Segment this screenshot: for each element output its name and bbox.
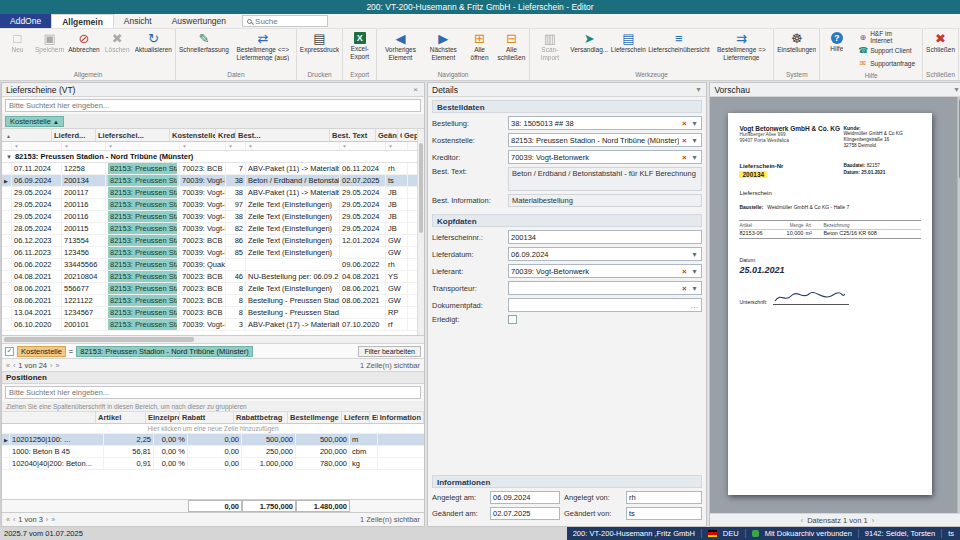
calendar-dropdown-icon[interactable]: ▾ [689, 250, 699, 259]
ribbon-button[interactable]: ✎ Schnellerfassung [177, 30, 231, 69]
geaendert-von-field[interactable]: ts [626, 507, 702, 520]
filter-field-chip[interactable]: Kostenstelle [17, 346, 66, 357]
table-row[interactable]: 06.11.2023 123456 82153: Preussen Stadio… [2, 247, 417, 259]
next-page-icon[interactable]: › [50, 362, 52, 369]
ribbon-tab[interactable]: AddOne [0, 14, 51, 28]
lieferscheinnr-field[interactable]: 200134 [508, 230, 702, 244]
table-row[interactable]: 06.12.2023 713554 82153: Preussen Stadio… [2, 235, 417, 247]
ribbon-button[interactable]: ⇄ Bestellmenge <=> Liefermenge (aus) [231, 30, 295, 69]
dropdown-icon[interactable]: ▾ [689, 284, 699, 293]
ribbon-button[interactable]: ⊟ Alle schließen [495, 30, 528, 69]
erledigt-checkbox[interactable]: ✓ [508, 315, 517, 324]
list-search-input[interactable] [5, 99, 421, 112]
ribbon-button[interactable]: ◀ Vorheriges Element [378, 30, 422, 69]
last-page-icon[interactable]: » [55, 362, 59, 369]
ribbon-search-input[interactable] [255, 17, 319, 26]
position-row[interactable]: 10201250|100: ... 2,25 0,00 % 0,00 500,0… [2, 434, 424, 446]
ribbon-button[interactable]: ≡ Lieferscheinübersicht [647, 30, 710, 69]
column-header[interactable]: Best. Text [330, 129, 376, 141]
column-header[interactable]: Bestellmenge [288, 412, 342, 423]
column-header[interactable]: Rabatt [180, 412, 234, 423]
column-header[interactable]: Best... [236, 129, 330, 141]
prev-page-icon[interactable]: ‹ [13, 516, 15, 523]
close-icon[interactable]: × [411, 85, 420, 94]
ribbon-button[interactable]: ✖ Löschen [102, 30, 133, 69]
clear-icon[interactable]: × [679, 284, 689, 293]
ribbon-tab[interactable]: Allgemein [51, 14, 114, 28]
ribbon-button[interactable]: ↻ Aktualisieren [133, 30, 174, 69]
column-header[interactable]: Geprü... [402, 129, 417, 141]
column-header[interactable]: Information [378, 412, 424, 423]
browse-icon[interactable]: … [689, 301, 699, 310]
scrollbar-thumb[interactable] [4, 337, 194, 342]
column-header[interactable]: Lieferd... [52, 129, 96, 141]
column-header[interactable]: Kostenstelle [170, 129, 216, 141]
clear-icon[interactable]: × [679, 153, 689, 162]
ribbon-button[interactable]: ▶ Nächstes Element [423, 30, 464, 69]
lieferant-field[interactable]: 70039: Vogt-Betonwerk × ▾ [508, 264, 702, 278]
ribbon-tab[interactable]: Auswertungen [162, 14, 236, 28]
dropdown-icon[interactable]: ▾ [689, 153, 699, 162]
ribbon-button[interactable]: ⊞ Alle öffnen [464, 30, 495, 69]
table-row[interactable]: 29.05.2024 200117 82153: Preussen Stadio… [2, 187, 417, 199]
ribbon-button[interactable]: ▣ Speichern [33, 30, 66, 69]
column-header[interactable]: Artikel [96, 412, 146, 423]
last-page-icon[interactable]: » [51, 516, 55, 523]
ribbon-button[interactable]: ▤ Expressdruck [298, 30, 341, 69]
column-header[interactable]: Geändert am [376, 129, 398, 141]
ribbon-button[interactable]: ☸ Einstellungen [775, 30, 818, 69]
column-header[interactable]: Einzelpreis [146, 412, 180, 423]
next-record-icon[interactable]: › [872, 517, 874, 524]
kreditor-field[interactable]: 70039: Vogt-Betonwerk × ▾ [508, 150, 702, 164]
positions-search-input[interactable] [5, 386, 421, 399]
ribbon-button[interactable]: ➤ Versandlag... [569, 30, 610, 69]
ribbon-tab[interactable]: Ansicht [114, 14, 162, 28]
vertical-scrollbar[interactable] [417, 129, 424, 335]
column-header[interactable]: Liefermenge [342, 412, 370, 423]
table-row[interactable]: 28.05.2024 200115 82153: Preussen Stadio… [2, 223, 417, 235]
group-row[interactable]: ▼82153: Preussen Stadion - Nord Tribüne … [2, 151, 417, 163]
table-row[interactable]: 06.06.2022 33445566 82153: Preussen Stad… [2, 259, 417, 271]
prev-record-icon[interactable]: ‹ [801, 517, 803, 524]
scrollbar-thumb[interactable] [419, 143, 423, 233]
column-header[interactable]: Rabattbetrag [234, 412, 288, 423]
table-row[interactable]: 06.10.2020 200101 82153: Preussen Stadio… [2, 319, 417, 331]
table-row[interactable]: 13.04.2021 1234567 82153: Preussen Stadi… [2, 307, 417, 319]
ribbon-small-button[interactable]: ☎ Support Client [854, 44, 919, 56]
position-row[interactable]: 102040|40|200: Beton... 0,91 0,00 % 0,00… [2, 458, 424, 470]
pin-icon[interactable]: ▾ [952, 85, 960, 94]
geaendert-am-field[interactable]: 02.07.2025 [490, 507, 560, 520]
table-row[interactable]: 29.05.2024 200116 82153: Preussen Stadio… [2, 211, 417, 223]
angelegt-am-field[interactable]: 06.09.2024 [490, 491, 560, 504]
ribbon-button[interactable]: ⇉ Bestellmenge => Liefermenge [710, 30, 772, 69]
transporteur-field[interactable]: × ▾ [508, 281, 702, 295]
collapse-icon[interactable]: ▼ [6, 154, 12, 160]
lieferdatum-field[interactable]: 06.09.2024 ▾ [508, 247, 702, 261]
table-row[interactable]: 07.11.2024 12258 82153: Preussen Stadion… [2, 163, 417, 175]
clear-icon[interactable]: × [679, 119, 689, 128]
prev-page-icon[interactable]: ‹ [13, 362, 15, 369]
first-page-icon[interactable]: « [6, 516, 10, 523]
filter-value-chip[interactable]: 82153: Preussen Stadion - Nord Tribüne (… [76, 346, 252, 357]
angelegt-von-field[interactable]: rh [626, 491, 702, 504]
dropdown-icon[interactable]: ▾ [689, 136, 699, 145]
dokumentpfad-field[interactable]: … [508, 298, 702, 312]
column-header[interactable]: Einheit [370, 412, 378, 423]
position-row[interactable]: 1000: Beton B 45 56,81 0,00 % 0,00 250,0… [2, 446, 424, 458]
clear-icon[interactable]: × [679, 267, 689, 276]
column-header[interactable]: Kreditor [216, 129, 236, 141]
table-row[interactable]: 08.06.2021 556677 82153: Preussen Stadio… [2, 283, 417, 295]
table-row[interactable]: 04.08.2021 20210804 82153: Preussen Stad… [2, 271, 417, 283]
bestellung-field[interactable]: 38: 1505013 ## 38 × ▾ [508, 116, 702, 130]
dropdown-icon[interactable]: ▾ [689, 119, 699, 128]
ribbon-button[interactable]: ▥ Scan-Import [531, 30, 569, 69]
clear-icon[interactable]: × [679, 136, 689, 145]
help-button[interactable]: ? Hilfe [821, 30, 852, 70]
pin-icon[interactable]: ▾ [694, 85, 702, 94]
table-row[interactable]: 08.06.2021 1221122 82153: Preussen Stadi… [2, 295, 417, 307]
kostenstelle-field[interactable]: 82153: Preussen Stadion - Nord Tribüne (… [508, 133, 702, 147]
ribbon-button[interactable]: ▤ Lieferschein [609, 30, 647, 69]
lieferscheine-tab-header[interactable]: Lieferscheine (VT) × [2, 83, 424, 97]
dropdown-icon[interactable]: ▾ [689, 267, 699, 276]
ribbon-button[interactable]: □ Neu [2, 30, 33, 69]
